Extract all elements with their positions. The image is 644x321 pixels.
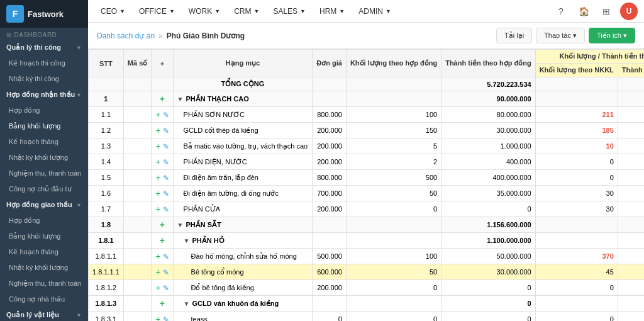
cell-tt-hd: 50.000.000 (441, 249, 535, 264)
edit-icon[interactable]: ✎ (163, 315, 169, 321)
cell-tt-hd: 400.000.000 (441, 170, 535, 186)
add-icon[interactable]: + (155, 110, 160, 120)
cell-mauso (123, 264, 151, 280)
add-icon[interactable]: + (155, 172, 160, 183)
edit-icon[interactable]: ✎ (163, 189, 169, 198)
edit-icon[interactable]: ✎ (163, 268, 169, 277)
add-icon[interactable]: + (155, 204, 160, 214)
cell-label: Bê tông cổ móng (173, 264, 313, 280)
sidebar-item-congno2[interactable]: Công nợ nhà thầu (0, 291, 88, 307)
sidebar-group-vatlieu[interactable]: Quản lý vật liệu ▼ (0, 307, 88, 321)
cell-stt: 1.8 (89, 217, 124, 233)
edit-icon[interactable]: ✎ (163, 252, 169, 261)
cell-kl-hd: 0 (346, 312, 441, 322)
sidebar-item-bangkl2[interactable]: Bảng khối lượng (0, 228, 88, 244)
sidebar-item-khthangs1[interactable]: Kế hoạch tháng (0, 134, 88, 150)
th-add[interactable]: + (152, 50, 173, 77)
home-icon[interactable]: 🏠 (575, 3, 592, 20)
cell-dongia: 800.000 (313, 107, 347, 123)
cell-kl-nkkl: 30 (535, 201, 618, 217)
cell-kl-nkkl: 0 (535, 154, 618, 170)
table-row: 1 + ▼PHẦN THẠCH CAO 90.000.000 403.800.0… (89, 91, 645, 107)
avatar[interactable]: U (620, 3, 638, 20)
cell-add: + ✎ (152, 123, 173, 138)
edit-icon[interactable]: ✎ (163, 174, 169, 183)
sidebar-item-hd1[interactable]: Hợp đồng (0, 103, 88, 118)
main-content: CEO ▼ OFFICE ▼ WORK ▼ CRM ▼ SALES ▼ HRM … (88, 0, 644, 321)
add-icon[interactable]: + (160, 220, 165, 230)
nav-crm[interactable]: CRM ▼ (228, 2, 265, 21)
th-dongia: Đơn giá (313, 50, 347, 77)
add-icon[interactable]: + (155, 267, 160, 277)
app-logo[interactable]: F Fastwork (0, 0, 88, 28)
cell-dongia: 500.000 (313, 249, 347, 264)
nav-admin[interactable]: ADMIN ▼ (352, 2, 397, 21)
add-icon[interactable]: + (160, 235, 165, 245)
sidebar-group-hdgiaothau[interactable]: Hợp đồng giao thầu ▼ (0, 197, 88, 213)
table-row: 1.6 + ✎ Đi điện âm tường, đi ống nước 70… (89, 186, 645, 201)
nav-work[interactable]: WORK ▼ (182, 2, 226, 21)
cell-tt-nkkl: 483.800.000 (618, 77, 644, 91)
breadcrumb-separator: » (158, 31, 163, 40)
cell-dongia: 200.000 (313, 154, 347, 170)
nav-hrm[interactable]: HRM ▼ (313, 2, 351, 21)
edit-icon[interactable]: ✎ (163, 142, 169, 151)
cell-tt-nkkl: 430.200.000 (618, 233, 644, 249)
apps-icon[interactable]: ⊞ (597, 3, 615, 20)
cell-kl-nkkl: 0 (535, 170, 618, 186)
edit-icon[interactable]: ✎ (163, 284, 169, 293)
help-icon[interactable]: ? (552, 3, 570, 20)
sidebar-group-hdnhanthau[interactable]: Hợp đồng nhận thầu ▼ (0, 87, 88, 103)
edit-icon[interactable]: ✎ (163, 111, 169, 120)
table-row: 1.8.1.3 + ▼GCLD ván khuôn đá kiềng 0 200… (89, 296, 645, 312)
edit-icon[interactable]: ✎ (163, 158, 169, 167)
sidebar-group-thicong[interactable]: Quản lý thi công ▼ (0, 40, 88, 55)
dashboard-section[interactable]: ⊞ DASHBOARD (0, 28, 88, 40)
table-row: 1.8.1 + ▼PHẦN HỒ 1.100.000.000 430.200.0… (89, 233, 645, 249)
cell-label: TỔNG CỘNG (173, 77, 313, 91)
cell-kl-hd (346, 296, 441, 312)
cell-add: + ✎ (152, 264, 173, 280)
sidebar-item-khhocong[interactable]: Kế hoạch thi công (0, 55, 88, 71)
sidebar-item-khthangs2[interactable]: Kế hoạch tháng (0, 244, 88, 260)
add-icon[interactable]: + (155, 314, 160, 321)
sidebar-item-nkkhols1[interactable]: Nhật ký khối lượng (0, 150, 88, 166)
cell-dongia (313, 233, 347, 249)
cell-add: + ✎ (152, 249, 173, 264)
add-icon[interactable]: + (155, 188, 160, 198)
th-hangmuc: Hạng mục (173, 50, 313, 77)
sidebar-item-nkkhols2[interactable]: Nhật ký khối lượng (0, 260, 88, 276)
sidebar-item-nghiemthu1[interactable]: Nghiệm thu, thanh toán (0, 166, 88, 181)
sidebar-item-congno1[interactable]: Công nợ chủ đầu tư (0, 181, 88, 197)
sidebar-item-nghiemthu2[interactable]: Nghiệm thu, thanh toán (0, 276, 88, 291)
cell-stt: 1.8.3.1 (89, 312, 124, 322)
breadcrumb-parent[interactable]: Danh sách dự án (97, 31, 155, 40)
cell-kl-hd (346, 233, 441, 249)
add-icon[interactable]: + (155, 283, 160, 293)
add-icon[interactable]: + (155, 141, 160, 151)
sidebar-item-bangkl[interactable]: Bảng khối lượng (0, 118, 88, 134)
add-icon[interactable]: + (160, 94, 165, 104)
edit-icon[interactable]: ✎ (163, 205, 169, 214)
add-icon[interactable]: + (155, 251, 160, 261)
cell-mauso (123, 123, 151, 138)
edit-icon[interactable]: ✎ (163, 127, 169, 135)
cell-kl-hd: 100 (346, 249, 441, 264)
add-icon[interactable]: + (155, 157, 160, 167)
cell-dongia (313, 91, 347, 107)
cell-dongia: 800.000 (313, 170, 347, 186)
sidebar-item-nkthicong[interactable]: Nhật ký thi công (0, 71, 88, 87)
nav-sales[interactable]: SALES ▼ (267, 2, 312, 21)
action-button[interactable]: Thao tác ▾ (536, 28, 585, 43)
nav-ceo[interactable]: CEO ▼ (94, 2, 131, 21)
cell-tt-hd: 0 (441, 280, 535, 296)
th-nkkl-group: Khối lượng / Thành tiền theo NKKL (535, 50, 644, 64)
cell-kl-nkkl: 0 (535, 312, 618, 322)
cell-kl-hd: 500 (346, 170, 441, 186)
tiencich-button[interactable]: Tiến ich ▾ (589, 28, 635, 43)
add-icon[interactable]: + (160, 298, 165, 308)
nav-office[interactable]: OFFICE ▼ (133, 2, 181, 21)
sidebar-item-hd2[interactable]: Hợp đồng (0, 213, 88, 228)
add-icon[interactable]: + (155, 125, 160, 135)
refresh-button[interactable]: Tải lại (496, 28, 532, 43)
